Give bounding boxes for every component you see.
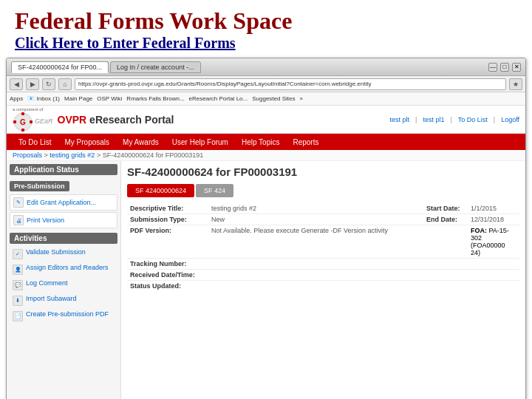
print-version-button[interactable]: 🖨 Print Version (10, 212, 117, 228)
activity-validate[interactable]: ✓ Validate Submission (10, 247, 117, 261)
title-area: Federal Forms Work Space Click Here to E… (0, 0, 532, 55)
descriptive-label: Descriptive Title: (127, 203, 208, 214)
header-link-todo[interactable]: To Do List (458, 116, 488, 123)
breadcrumb-testing[interactable]: testing grids #2 (50, 151, 95, 159)
browser-window: SF-42400000624 for FP00... Log In / crea… (6, 58, 526, 399)
refresh-button[interactable]: ↻ (42, 78, 55, 90)
subtitle[interactable]: Click Here to Enter Federal Forms (15, 35, 517, 52)
bookmark-imported[interactable]: » (299, 95, 302, 102)
activity-create-pdf[interactable]: 📄 Create Pre-submission PDF (10, 309, 117, 323)
table-row-status: Status Updated: (127, 281, 519, 292)
pdf-version-label: PDF Version: (127, 225, 208, 259)
tracking-label: Tracking Number: (127, 259, 208, 270)
nav-menu: To Do List My Proposals My Awards User H… (7, 134, 525, 150)
submission-type-value: New (208, 214, 423, 225)
activity-assign[interactable]: 👤 Assign Editors and Readers (10, 262, 117, 276)
maximize-button[interactable]: □ (500, 63, 509, 72)
received-label: Received Date/Time: (127, 270, 208, 281)
status-updated-label: Status Updated: (127, 281, 208, 292)
bookmark-eresearch[interactable]: eResearch Portal Lo... (189, 95, 248, 102)
activity-validate-label: Validate Submission (26, 248, 86, 256)
nav-proposals[interactable]: My Proposals (58, 137, 115, 148)
activity-import[interactable]: ⬇ Import Subaward (10, 293, 117, 307)
header-link-logoff[interactable]: Logoff (501, 116, 519, 123)
bookmark-osp[interactable]: OSP Wiki (97, 95, 122, 102)
home-button[interactable]: ⌂ (58, 78, 72, 90)
browser-tab-active[interactable]: SF-42400000624 for FP00... (11, 61, 109, 73)
activity-log-label: Log Comment (26, 279, 68, 287)
nav-reports[interactable]: Reports (287, 137, 324, 148)
logo-area: a component of G GEaR (13, 107, 174, 132)
nav-todo[interactable]: To Do List (13, 137, 57, 148)
address-bar[interactable] (75, 78, 506, 90)
back-button[interactable]: ◀ (10, 78, 23, 90)
form-title: SF-42400000624 for FP00003191 (127, 166, 519, 178)
header-links: test plt | test pl1 | To Do List | Logof… (390, 116, 519, 123)
activity-assign-label: Assign Editors and Readers (26, 264, 109, 271)
bookmarks-bar: Apps 📧 Inbox (1) Main Page OSP Wiki Rmar… (7, 92, 525, 106)
gear-brand: GEaR (35, 118, 53, 126)
submission-type-label: Submission Type: (127, 214, 208, 225)
gear-logo-icon: G (13, 112, 33, 132)
table-row-tracking: Tracking Number: (127, 259, 519, 270)
print-icon: 🖨 (13, 215, 24, 225)
minimize-button[interactable]: — (488, 63, 497, 72)
info-table: Descriptive Title: testing grids #2 Star… (127, 203, 519, 291)
bookmark-apps[interactable]: Apps (10, 95, 23, 102)
start-date-label: Start Date: (423, 203, 468, 214)
bookmark-main[interactable]: Main Page (64, 95, 92, 102)
browser-titlebar: SF-42400000624 for FP00... Log In / crea… (7, 58, 525, 76)
start-date-value: 1/1/2015 (468, 203, 519, 214)
star-button[interactable]: ★ (509, 78, 522, 90)
portal-brand-title: OVPR eResearch Portal (58, 114, 174, 126)
bookmark-rmarks[interactable]: Rmarks Falls Brown... (126, 95, 184, 102)
assign-icon: 👤 (13, 265, 23, 275)
table-row-pdf: PDF Version: Not Available. Please execu… (127, 225, 519, 259)
activity-log[interactable]: 💬 Log Comment (10, 278, 117, 292)
header-link-test-plt[interactable]: test plt (390, 116, 410, 123)
status-tabs: SF 42400000624 SF 424 (127, 184, 519, 197)
close-button[interactable]: ✕ (512, 63, 521, 72)
sidebar: Application Status Pre-Submission ✎ Edit… (7, 161, 121, 399)
breadcrumb-proposals[interactable]: Proposals (13, 151, 42, 159)
table-row-descriptive: Descriptive Title: testing grids #2 Star… (127, 203, 519, 214)
end-date-value: 12/31/2018 (468, 214, 519, 225)
log-icon: 💬 (13, 280, 23, 290)
edit-grant-button[interactable]: ✎ Edit Grant Application... (10, 194, 117, 211)
tracking-value (208, 259, 423, 270)
table-row-received: Received Date/Time: (127, 270, 519, 281)
bookmark-suggested[interactable]: Suggested Sites (252, 95, 295, 102)
end-date-label: End Date: (423, 214, 468, 225)
status-updated-value (208, 281, 423, 292)
breadcrumb-current: SF-42400000624 for FP00003191 (103, 151, 204, 159)
activity-create-pdf-label: Create Pre-submission PDF (26, 310, 109, 318)
nav-awards[interactable]: My Awards (117, 137, 165, 148)
import-icon: ⬇ (13, 296, 23, 306)
pre-submission-label: Pre-Submission (10, 181, 69, 191)
descriptive-value: testing grids #2 (208, 203, 423, 214)
portal-header: a component of G GEaR (7, 106, 525, 134)
nav-helpforum[interactable]: User Help Forum (166, 137, 234, 148)
browser-tab-2[interactable]: Log In / create account -... (110, 61, 201, 73)
breadcrumb: Proposals > testing grids #2 > SF-424000… (7, 150, 525, 161)
pdf-icon: 📄 (13, 311, 23, 321)
forward-button[interactable]: ▶ (26, 78, 39, 90)
status-tab-sf424-full[interactable]: SF 42400000624 (127, 184, 194, 197)
browser-controls: — □ ✕ (488, 63, 521, 72)
status-tab-sf424[interactable]: SF 424 (196, 184, 233, 197)
activity-import-label: Import Subaward (26, 295, 77, 302)
nav-helptopics[interactable]: Help Topics (236, 137, 286, 148)
bookmark-inbox[interactable]: 📧 Inbox (1) (27, 95, 60, 102)
app-status-title: Application Status (10, 164, 117, 175)
edit-icon: ✎ (13, 197, 24, 208)
pdf-version-value: Not Available. Please execute Generate -… (208, 225, 468, 259)
validate-icon: ✓ (13, 249, 23, 259)
svg-rect-3 (21, 129, 24, 132)
foa-block: FOA: PA-15-302 (FOA00000 24) (471, 227, 516, 256)
browser-navbar: ◀ ▶ ↻ ⌂ ★ (7, 76, 525, 92)
print-version-label: Print Version (27, 216, 64, 224)
header-link-test-pl1[interactable]: test pl1 (423, 116, 444, 123)
svg-rect-2 (21, 112, 24, 115)
table-row-submission: Submission Type: New End Date: 12/31/201… (127, 214, 519, 225)
svg-rect-5 (30, 120, 33, 123)
